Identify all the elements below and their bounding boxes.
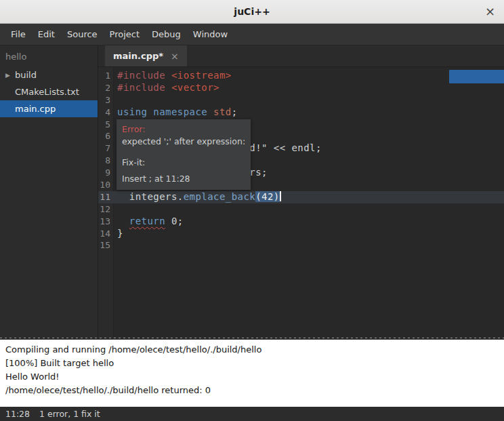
code-line-text: using namespace std;: [114, 106, 238, 119]
line-number: 13: [98, 216, 114, 228]
editor-area: main.cpp* × 1#include <iostream>2#includ…: [98, 45, 504, 337]
code-line-14[interactable]: 14}: [98, 228, 504, 240]
tooltip-fixit-detail: Insert ; at 11:28: [122, 173, 245, 185]
tooltip-error-label: Error:: [122, 123, 245, 136]
code-line-text: [114, 239, 117, 252]
terminal-output[interactable]: Compiling and running /home/olece/test/h…: [0, 340, 504, 407]
menubar: FileEditSourceProjectDebugWindow: [0, 24, 504, 45]
terminal-line: [100%] Built target hello: [5, 357, 499, 370]
line-number: 6: [98, 130, 114, 142]
line-number: 1: [98, 70, 114, 82]
code-line-3[interactable]: 3: [98, 94, 504, 106]
terminal-line: Compiling and running /home/olece/test/h…: [5, 343, 499, 357]
line-number: 9: [98, 167, 114, 179]
tree-item-main-cpp[interactable]: main.cpp: [0, 100, 98, 117]
file-tree: ▶buildCMakeLists.txtmain.cpp: [0, 66, 98, 117]
code-line-11[interactable]: 11 integers.emplace_back(42): [98, 191, 504, 203]
code-line-text: integers.emplace_back(42): [114, 191, 281, 203]
project-name: hello: [0, 45, 98, 66]
close-icon[interactable]: ×: [485, 5, 495, 18]
line-number: 3: [98, 94, 114, 106]
line-number: 4: [98, 106, 114, 119]
code-line-text: [114, 203, 117, 216]
code-line-13[interactable]: 13 return 0;: [98, 216, 504, 228]
code-line-text: #include <vector>: [114, 82, 219, 94]
code-editor[interactable]: 1#include <iostream>2#include <vector>34…: [98, 67, 504, 337]
menu-source[interactable]: Source: [62, 25, 103, 43]
cursor-position: 11:28: [5, 409, 30, 419]
menu-project[interactable]: Project: [104, 25, 145, 43]
statusbar: 11:28 1 error, 1 fix it: [0, 407, 504, 421]
scrollbar-thumb[interactable]: [449, 70, 504, 83]
line-number: 12: [98, 203, 114, 216]
line-number: 14: [98, 228, 114, 240]
code-line-text: return 0;: [114, 216, 184, 228]
code-line-1[interactable]: 1#include <iostream>: [98, 70, 504, 82]
line-number: 15: [98, 239, 114, 252]
menu-debug[interactable]: Debug: [146, 25, 186, 43]
tree-item-build[interactable]: ▶build: [0, 66, 98, 83]
line-number: 2: [98, 82, 114, 94]
tooltip-error-detail: expected ';' after expression:: [122, 136, 245, 148]
window-title: juCi++: [234, 6, 270, 17]
expand-arrow-icon[interactable]: ▶: [5, 72, 15, 79]
code-line-15[interactable]: 15: [98, 239, 504, 252]
diagnostics-summary: 1 error, 1 fix it: [39, 409, 100, 419]
tab-label: main.cpp*: [113, 51, 163, 61]
main-area: hello ▶buildCMakeLists.txtmain.cpp main.…: [0, 45, 504, 337]
text-cursor: [280, 191, 281, 201]
menu-edit[interactable]: Edit: [33, 25, 60, 43]
code-line-4[interactable]: 4using namespace std;: [98, 106, 504, 119]
menu-window[interactable]: Window: [188, 25, 233, 43]
terminal-line: /home/olece/test/hello/./build/hello ret…: [5, 384, 499, 397]
menu-file[interactable]: File: [5, 25, 31, 43]
line-number: 8: [98, 155, 114, 167]
code-line-text: }: [114, 228, 123, 240]
line-number: 10: [98, 179, 114, 191]
tooltip-fixit-label: Fix-it:: [122, 157, 245, 169]
terminal-line: Hello World!: [5, 370, 499, 384]
tree-item-label: main.cpp: [15, 104, 56, 114]
diagnostic-tooltip: Error: expected ';' after expression: Fi…: [117, 119, 251, 190]
sidebar: hello ▶buildCMakeLists.txtmain.cpp: [0, 45, 98, 337]
tree-item-cmakelists-txt[interactable]: CMakeLists.txt: [0, 83, 98, 100]
code-line-text: [114, 94, 117, 106]
code-line-2[interactable]: 2#include <vector>: [98, 82, 504, 94]
titlebar: juCi++ ×: [0, 0, 504, 24]
tab-main-cpp[interactable]: main.cpp* ×: [105, 45, 187, 66]
line-number: 5: [98, 119, 114, 131]
tabbar: main.cpp* ×: [98, 45, 504, 67]
line-number: 11: [98, 191, 114, 203]
jucipp-window: juCi++ × FileEditSourceProjectDebugWindo…: [0, 0, 504, 421]
code-line-text: #include <iostream>: [114, 70, 232, 82]
tree-item-label: CMakeLists.txt: [15, 87, 79, 97]
line-number: 7: [98, 142, 114, 155]
tab-close-icon[interactable]: ×: [171, 52, 179, 61]
tree-item-label: build: [15, 70, 37, 80]
code-line-12[interactable]: 12: [98, 203, 504, 216]
